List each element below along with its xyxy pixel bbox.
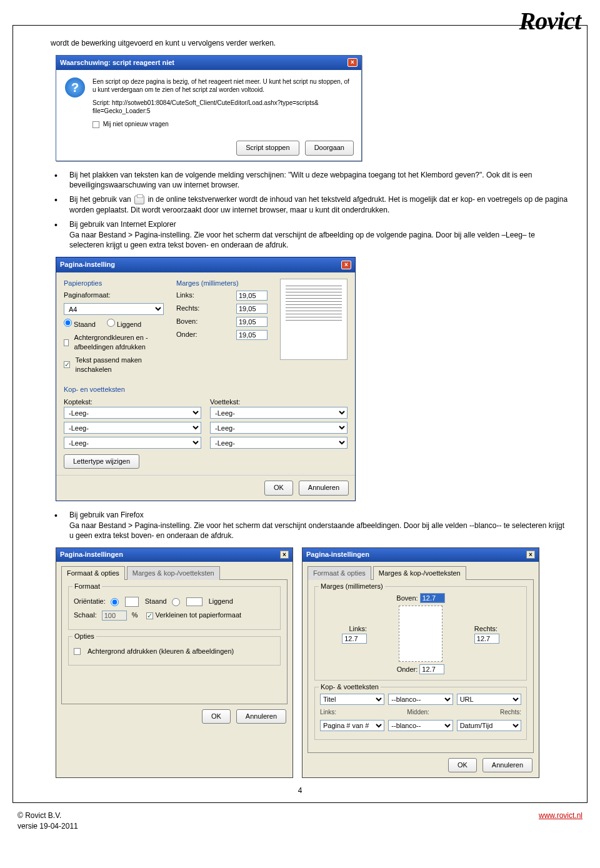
scale-label: Schaal: bbox=[74, 611, 97, 620]
margin-bottom-input[interactable] bbox=[419, 664, 444, 674]
continue-button[interactable]: Doorgaan bbox=[305, 141, 354, 155]
tab-format[interactable]: Formaat & opties bbox=[61, 566, 125, 580]
ff-title: Pagina-instellingen bbox=[60, 550, 123, 559]
margin-bottom-input[interactable] bbox=[236, 330, 268, 340]
footer-label: Voettekst: bbox=[210, 397, 348, 407]
question-icon: ? bbox=[65, 77, 85, 97]
intro-text: wordt de bewerking uitgevoerd en kunt u … bbox=[51, 38, 568, 49]
orientation-label: Oriëntatie: bbox=[74, 597, 106, 606]
margin-top-input[interactable] bbox=[420, 593, 445, 603]
ok-button[interactable]: OK bbox=[448, 758, 477, 772]
kv-footer-right[interactable]: Datum/Tijd bbox=[457, 720, 521, 731]
print-icon bbox=[134, 196, 144, 204]
page-format-select[interactable]: A4 bbox=[64, 303, 164, 315]
bullet-list-2: Bij gebruik van Firefox Ga naar Bestand … bbox=[51, 510, 568, 541]
warning-title: Waarschuwing: script reageert niet bbox=[60, 58, 174, 67]
ie-page-setup-dialog: Pagina-instelling × Papieropties Paginaf… bbox=[56, 257, 356, 501]
page-format-label: Paginaformaat: bbox=[64, 291, 120, 300]
page-preview bbox=[280, 279, 348, 360]
portrait-icon bbox=[125, 597, 139, 607]
cancel-button[interactable]: Annuleren bbox=[236, 709, 286, 724]
header-select-1[interactable]: -Leeg- bbox=[64, 407, 201, 419]
ff-page-setup-format-dialog: Pagina-instellingen × Formaat & opties M… bbox=[56, 547, 293, 778]
bg-print-checkbox[interactable] bbox=[64, 339, 69, 346]
page-number: 4 bbox=[32, 786, 568, 796]
font-button[interactable]: Lettertype wijzigen bbox=[64, 454, 139, 469]
margins-label: Marges (millimeters) bbox=[176, 279, 268, 288]
footer-link[interactable]: www.rovict.nl bbox=[539, 811, 582, 820]
footer-select-1[interactable]: -Leeg- bbox=[210, 407, 348, 419]
ff-title: Pagina-instellingen bbox=[306, 550, 369, 559]
stop-script-button[interactable]: Script stoppen bbox=[236, 141, 299, 155]
footer-select-2[interactable]: -Leeg- bbox=[210, 422, 348, 434]
close-icon[interactable]: × bbox=[348, 58, 358, 67]
list-item: Bij het plakken van teksten kan de volge… bbox=[51, 170, 568, 191]
page-preview bbox=[399, 606, 442, 662]
margin-left-input[interactable] bbox=[342, 634, 367, 644]
tab-margins[interactable]: Marges & kop-/voetteksten bbox=[127, 566, 220, 580]
margins-group-label: Marges (millimeters) bbox=[319, 582, 385, 591]
checkbox-empty[interactable] bbox=[92, 121, 99, 128]
options-group-label: Opties bbox=[72, 632, 96, 641]
cancel-button[interactable]: Annuleren bbox=[482, 758, 532, 772]
landscape-icon bbox=[186, 597, 202, 606]
version: versie 19-04-2011 bbox=[18, 821, 78, 832]
tab-margins[interactable]: Marges & kop-/voetteksten bbox=[373, 566, 466, 580]
close-icon[interactable]: × bbox=[341, 261, 351, 269]
ff-landscape-radio[interactable] bbox=[172, 598, 180, 606]
shrink-to-fit-checkbox[interactable] bbox=[146, 612, 153, 619]
kv-header-right[interactable]: URL bbox=[457, 694, 521, 705]
ff-portrait-radio[interactable] bbox=[111, 598, 119, 606]
bg-print-checkbox[interactable] bbox=[74, 648, 81, 655]
list-item: Bij gebruik van Firefox Ga naar Bestand … bbox=[51, 510, 568, 541]
header-select-3[interactable]: -Leeg- bbox=[64, 437, 201, 449]
ff-page-setup-margins-dialog: Pagina-instellingen × Formaat & opties M… bbox=[302, 547, 539, 778]
bullet-list-1: Bij het plakken van teksten kan de volge… bbox=[51, 170, 568, 251]
paper-options-label: Papieropties bbox=[64, 279, 164, 288]
header-label: Koptekst: bbox=[64, 397, 201, 407]
orientation-landscape-radio[interactable] bbox=[107, 319, 115, 327]
footer-select-3[interactable]: -Leeg- bbox=[210, 437, 348, 449]
page-footer: © Rovict B.V. versie 19-04-2011 www.rovi… bbox=[0, 809, 600, 844]
kv-footer-left[interactable]: Pagina # van # bbox=[320, 720, 384, 731]
warning-message: Een script op deze pagina is bezig, of h… bbox=[92, 77, 352, 94]
format-group-label: Formaat bbox=[72, 582, 102, 591]
shrink-checkbox[interactable] bbox=[64, 361, 70, 368]
page-frame: Rovict wordt de bewerking uitgevoerd en … bbox=[12, 25, 588, 803]
kv-header-left[interactable]: Titel bbox=[320, 694, 384, 705]
orientation-portrait-radio[interactable] bbox=[64, 319, 72, 327]
warning-script: Script: http://sotweb01:8084/CuteSoft_Cl… bbox=[92, 99, 352, 115]
close-icon[interactable]: × bbox=[280, 551, 289, 559]
margin-left-input[interactable] bbox=[236, 291, 268, 301]
warning-dialog: Waarschuwing: script reageert niet × ? E… bbox=[56, 55, 362, 161]
tab-format[interactable]: Formaat & opties bbox=[308, 566, 371, 580]
warning-checkbox-label: Mij niet opnieuw vragen bbox=[103, 121, 169, 127]
kv-header-mid[interactable]: --blanco-- bbox=[388, 694, 452, 705]
cancel-button[interactable]: Annuleren bbox=[299, 481, 349, 495]
kv-footer-mid[interactable]: --blanco-- bbox=[388, 720, 452, 731]
margin-top-input[interactable] bbox=[236, 317, 268, 327]
ok-button[interactable]: OK bbox=[264, 481, 293, 495]
headers-group-label: Kop- en voetteksten bbox=[64, 385, 348, 394]
ie-dialog-title: Pagina-instelling bbox=[60, 260, 115, 269]
header-select-2[interactable]: -Leeg- bbox=[64, 422, 201, 434]
scale-input[interactable] bbox=[102, 611, 127, 621]
close-icon[interactable]: × bbox=[526, 551, 535, 559]
margin-right-input[interactable] bbox=[236, 304, 268, 314]
list-item: Bij het gebruik van in de online tekstve… bbox=[51, 194, 568, 216]
logo: Rovict bbox=[519, 4, 581, 39]
list-item: Bij gebruik van Internet Explorer Ga naa… bbox=[51, 219, 568, 251]
margin-right-input[interactable] bbox=[474, 634, 499, 644]
ok-button[interactable]: OK bbox=[202, 709, 231, 724]
copyright: © Rovict B.V. bbox=[18, 811, 78, 821]
headers-footers-group-label: Kop- & voetteksten bbox=[319, 682, 381, 692]
